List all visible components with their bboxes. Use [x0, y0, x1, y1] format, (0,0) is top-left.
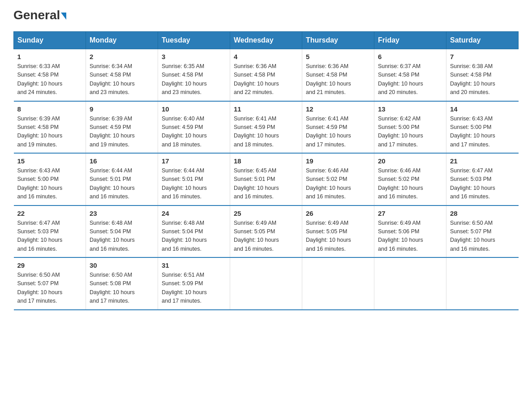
- day-cell: 1Sunrise: 6:33 AMSunset: 4:58 PMDaylight…: [14, 49, 86, 101]
- day-cell: 8Sunrise: 6:39 AMSunset: 4:58 PMDaylight…: [14, 101, 86, 154]
- header-friday: Friday: [374, 32, 446, 49]
- day-info: Sunrise: 6:43 AMSunset: 5:00 PMDaylight:…: [450, 115, 515, 150]
- day-info: Sunrise: 6:38 AMSunset: 4:58 PMDaylight:…: [450, 62, 515, 97]
- day-number: 17: [162, 157, 226, 165]
- day-cell: 25Sunrise: 6:49 AMSunset: 5:05 PMDayligh…: [230, 206, 302, 258]
- week-row-4: 22Sunrise: 6:47 AMSunset: 5:03 PMDayligh…: [14, 206, 519, 258]
- day-cell: 5Sunrise: 6:36 AMSunset: 4:58 PMDaylight…: [302, 49, 374, 101]
- day-info: Sunrise: 6:42 AMSunset: 5:00 PMDaylight:…: [378, 115, 442, 150]
- header-sunday: Sunday: [14, 32, 86, 49]
- day-cell: 29Sunrise: 6:50 AMSunset: 5:07 PMDayligh…: [14, 257, 86, 310]
- day-number: 10: [162, 105, 226, 113]
- day-cell: 7Sunrise: 6:38 AMSunset: 4:58 PMDaylight…: [446, 49, 519, 101]
- day-number: 14: [450, 105, 515, 113]
- day-cell: 12Sunrise: 6:41 AMSunset: 4:59 PMDayligh…: [302, 101, 374, 154]
- header-tuesday: Tuesday: [158, 32, 230, 49]
- day-number: 3: [162, 53, 226, 60]
- day-cell: 16Sunrise: 6:44 AMSunset: 5:01 PMDayligh…: [86, 153, 158, 206]
- day-info: Sunrise: 6:48 AMSunset: 5:04 PMDaylight:…: [162, 219, 226, 254]
- calendar-table: SundayMondayTuesdayWednesdayThursdayFrid…: [13, 31, 519, 310]
- day-number: 19: [306, 157, 370, 165]
- day-info: Sunrise: 6:41 AMSunset: 4:59 PMDaylight:…: [306, 115, 370, 150]
- day-info: Sunrise: 6:39 AMSunset: 4:58 PMDaylight:…: [17, 115, 82, 150]
- day-cell: 6Sunrise: 6:37 AMSunset: 4:58 PMDaylight…: [374, 49, 446, 101]
- day-info: Sunrise: 6:34 AMSunset: 4:58 PMDaylight:…: [90, 62, 154, 97]
- day-cell: [230, 257, 302, 310]
- day-cell: [446, 257, 519, 310]
- day-info: Sunrise: 6:36 AMSunset: 4:58 PMDaylight:…: [306, 62, 370, 97]
- day-info: Sunrise: 6:36 AMSunset: 4:58 PMDaylight:…: [234, 62, 298, 97]
- day-number: 9: [90, 105, 154, 113]
- day-cell: 23Sunrise: 6:48 AMSunset: 5:04 PMDayligh…: [86, 206, 158, 258]
- week-row-5: 29Sunrise: 6:50 AMSunset: 5:07 PMDayligh…: [14, 257, 519, 310]
- day-info: Sunrise: 6:43 AMSunset: 5:00 PMDaylight:…: [17, 167, 82, 201]
- week-row-1: 1Sunrise: 6:33 AMSunset: 4:58 PMDaylight…: [14, 49, 519, 101]
- day-number: 29: [17, 261, 82, 269]
- day-info: Sunrise: 6:50 AMSunset: 5:08 PMDaylight:…: [90, 271, 154, 306]
- day-info: Sunrise: 6:44 AMSunset: 5:01 PMDaylight:…: [90, 167, 154, 201]
- day-number: 5: [306, 53, 370, 60]
- day-info: Sunrise: 6:49 AMSunset: 5:05 PMDaylight:…: [306, 219, 370, 254]
- day-number: 26: [306, 210, 370, 217]
- day-number: 8: [17, 105, 82, 113]
- day-number: 7: [450, 53, 515, 60]
- day-cell: 31Sunrise: 6:51 AMSunset: 5:09 PMDayligh…: [158, 257, 230, 310]
- day-number: 11: [234, 105, 298, 113]
- day-info: Sunrise: 6:41 AMSunset: 4:59 PMDaylight:…: [234, 115, 298, 150]
- day-info: Sunrise: 6:37 AMSunset: 4:58 PMDaylight:…: [378, 62, 442, 97]
- day-cell: 13Sunrise: 6:42 AMSunset: 5:00 PMDayligh…: [374, 101, 446, 154]
- header-monday: Monday: [86, 32, 158, 49]
- day-info: Sunrise: 6:49 AMSunset: 5:05 PMDaylight:…: [234, 219, 298, 254]
- day-cell: 28Sunrise: 6:50 AMSunset: 5:07 PMDayligh…: [446, 206, 519, 258]
- day-cell: 3Sunrise: 6:35 AMSunset: 4:58 PMDaylight…: [158, 49, 230, 101]
- day-number: 31: [162, 261, 226, 269]
- day-number: 12: [306, 105, 370, 113]
- day-number: 13: [378, 105, 442, 113]
- day-cell: 15Sunrise: 6:43 AMSunset: 5:00 PMDayligh…: [14, 153, 86, 206]
- day-number: 18: [234, 157, 298, 165]
- day-cell: 9Sunrise: 6:39 AMSunset: 4:59 PMDaylight…: [86, 101, 158, 154]
- day-info: Sunrise: 6:46 AMSunset: 5:02 PMDaylight:…: [306, 167, 370, 201]
- day-number: 25: [234, 210, 298, 217]
- day-number: 16: [90, 157, 154, 165]
- day-info: Sunrise: 6:45 AMSunset: 5:01 PMDaylight:…: [234, 167, 298, 201]
- page-header: General: [13, 9, 519, 22]
- day-number: 24: [162, 210, 226, 217]
- day-cell: 11Sunrise: 6:41 AMSunset: 4:59 PMDayligh…: [230, 101, 302, 154]
- day-number: 2: [90, 53, 154, 60]
- day-number: 20: [378, 157, 442, 165]
- day-number: 4: [234, 53, 298, 60]
- week-row-3: 15Sunrise: 6:43 AMSunset: 5:00 PMDayligh…: [14, 153, 519, 206]
- day-info: Sunrise: 6:50 AMSunset: 5:07 PMDaylight:…: [450, 219, 515, 254]
- day-info: Sunrise: 6:48 AMSunset: 5:04 PMDaylight:…: [90, 219, 154, 254]
- logo: General: [13, 9, 66, 22]
- logo-text: General: [13, 9, 66, 21]
- header-saturday: Saturday: [446, 32, 519, 49]
- day-info: Sunrise: 6:49 AMSunset: 5:06 PMDaylight:…: [378, 219, 442, 254]
- day-info: Sunrise: 6:40 AMSunset: 4:59 PMDaylight:…: [162, 115, 226, 150]
- day-info: Sunrise: 6:35 AMSunset: 4:58 PMDaylight:…: [162, 62, 226, 97]
- calendar-header-row: SundayMondayTuesdayWednesdayThursdayFrid…: [14, 32, 519, 49]
- day-cell: 18Sunrise: 6:45 AMSunset: 5:01 PMDayligh…: [230, 153, 302, 206]
- day-info: Sunrise: 6:33 AMSunset: 4:58 PMDaylight:…: [17, 62, 82, 97]
- week-row-2: 8Sunrise: 6:39 AMSunset: 4:58 PMDaylight…: [14, 101, 519, 154]
- day-info: Sunrise: 6:44 AMSunset: 5:01 PMDaylight:…: [162, 167, 226, 201]
- day-cell: [302, 257, 374, 310]
- day-info: Sunrise: 6:47 AMSunset: 5:03 PMDaylight:…: [450, 167, 515, 201]
- day-info: Sunrise: 6:46 AMSunset: 5:02 PMDaylight:…: [378, 167, 442, 201]
- day-cell: 10Sunrise: 6:40 AMSunset: 4:59 PMDayligh…: [158, 101, 230, 154]
- day-cell: 27Sunrise: 6:49 AMSunset: 5:06 PMDayligh…: [374, 206, 446, 258]
- day-info: Sunrise: 6:47 AMSunset: 5:03 PMDaylight:…: [17, 219, 82, 254]
- day-cell: 17Sunrise: 6:44 AMSunset: 5:01 PMDayligh…: [158, 153, 230, 206]
- day-number: 23: [90, 210, 154, 217]
- day-number: 1: [17, 53, 82, 60]
- day-cell: 4Sunrise: 6:36 AMSunset: 4:58 PMDaylight…: [230, 49, 302, 101]
- day-cell: 30Sunrise: 6:50 AMSunset: 5:08 PMDayligh…: [86, 257, 158, 310]
- header-wednesday: Wednesday: [230, 32, 302, 49]
- header-thursday: Thursday: [302, 32, 374, 49]
- day-info: Sunrise: 6:39 AMSunset: 4:59 PMDaylight:…: [90, 115, 154, 150]
- day-number: 6: [378, 53, 442, 60]
- day-number: 28: [450, 210, 515, 217]
- day-cell: 2Sunrise: 6:34 AMSunset: 4:58 PMDaylight…: [86, 49, 158, 101]
- day-cell: [374, 257, 446, 310]
